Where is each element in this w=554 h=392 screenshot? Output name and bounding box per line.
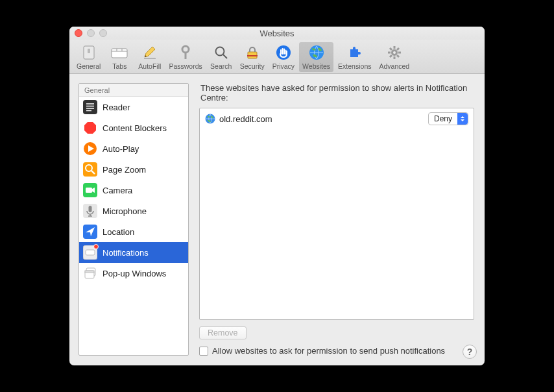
svg-rect-16 [83,162,97,177]
svg-rect-21 [89,206,92,212]
sidebar-item-location[interactable]: Location [79,221,188,242]
puzzle-icon [346,43,364,62]
tab-security[interactable]: Security [237,42,268,72]
checkbox[interactable] [199,347,208,356]
titlebar: Websites [69,27,485,40]
key-icon [176,43,195,62]
sidebar-item-notifications[interactable]: Notifications [79,242,188,263]
preferences-toolbar: General Tabs AutoFill Passwords Search S [69,40,485,74]
svg-marker-13 [84,122,96,134]
main-panel: These websites have asked for permission… [199,83,474,356]
svg-rect-1 [88,49,90,53]
sidebar-item-label: Camera [102,186,132,195]
svg-rect-12 [83,100,97,114]
tab-general[interactable]: General [73,42,104,72]
tab-passwords[interactable]: Passwords [165,42,205,72]
sidebar-item-autoplay[interactable]: Auto-Play [79,138,188,159]
svg-rect-27 [85,271,94,273]
window-title: Websites [259,29,294,38]
tabs-icon [110,43,128,62]
panel-heading: These websites have asked for permission… [199,83,474,108]
tab-websites[interactable]: Websites [299,42,333,72]
hand-icon [274,43,293,62]
notification-icon [83,245,97,260]
stop-icon [83,121,97,135]
permission-select[interactable]: Deny [428,112,468,125]
website-row[interactable]: old.reddit.com Deny [204,111,470,127]
chevron-updown-icon [457,113,468,125]
svg-rect-19 [86,188,92,193]
tab-privacy[interactable]: Privacy [269,42,298,72]
search-icon [212,43,230,62]
svg-point-5 [215,47,224,56]
help-button[interactable]: ? [463,345,477,359]
gear-icon [385,43,403,62]
sidebar-item-label: Auto-Play [102,144,139,154]
camera-icon [83,183,97,197]
tab-tabs[interactable]: Tabs [105,42,134,72]
website-url: old.reddit.com [219,114,428,124]
zoom-icon [83,162,97,177]
sidebar-item-label: Microphone [102,206,147,216]
pencil-icon [141,43,159,62]
sidebar-item-label: Content Blockers [102,123,167,133]
allow-checkbox-row[interactable]: Allow websites to ask for permission to … [199,346,474,356]
tab-autofill[interactable]: AutoFill [135,42,164,72]
sidebar-item-content-blockers[interactable]: Content Blockers [79,117,188,138]
lock-icon [243,43,261,62]
sidebar-item-label: Pop-up Windows [102,269,166,278]
minimize-icon[interactable] [87,29,95,37]
globe-icon [307,43,326,62]
websites-list[interactable]: old.reddit.com Deny [199,108,474,320]
sidebar: General Reader Content Blockers Auto-Pla… [78,83,189,356]
tab-advanced[interactable]: Advanced [376,42,413,72]
play-icon [83,141,97,156]
sidebar-item-label: Location [102,227,134,237]
sidebar-item-label: Page Zoom [102,165,146,175]
tab-extensions[interactable]: Extensions [335,42,374,72]
svg-rect-7 [247,55,258,56]
microphone-icon [83,204,97,218]
svg-rect-4 [185,52,187,59]
close-icon[interactable] [75,29,82,37]
svg-rect-24 [86,250,95,255]
sidebar-item-popup[interactable]: Pop-up Windows [79,263,188,284]
sidebar-item-camera[interactable]: Camera [79,180,188,201]
permission-value: Deny [429,114,457,123]
sidebar-item-label: Reader [102,103,130,112]
location-icon [83,225,97,239]
svg-rect-2 [112,49,127,58]
tab-search[interactable]: Search [207,42,235,72]
preferences-window: Websites General Tabs AutoFill Passwords [69,27,485,365]
svg-point-3 [182,46,189,53]
sidebar-item-microphone[interactable]: Microphone [79,201,188,221]
switch-icon [80,43,98,62]
remove-button[interactable]: Remove [199,326,247,339]
sidebar-item-label: Notifications [102,248,149,258]
sidebar-item-reader[interactable]: Reader [79,97,188,117]
windows-icon [83,266,97,280]
sidebar-heading: General [79,84,188,97]
allow-label: Allow websites to ask for permission to … [212,346,445,356]
reader-icon [83,100,97,114]
svg-point-11 [393,51,396,54]
globe-icon [205,114,215,124]
sidebar-item-page-zoom[interactable]: Page Zoom [79,159,188,180]
zoom-icon[interactable] [99,29,107,37]
